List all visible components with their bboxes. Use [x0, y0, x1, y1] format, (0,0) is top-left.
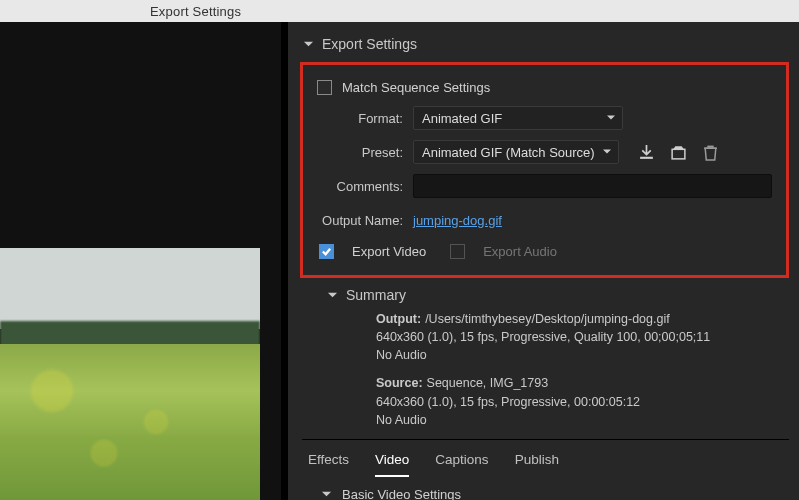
preset-select[interactable]: Animated GIF (Match Source) [413, 140, 619, 164]
tab-captions[interactable]: Captions [435, 448, 488, 477]
format-label: Format: [317, 111, 413, 126]
summary-source: Source:Sequence, IMG_1793 640x360 (1.0),… [376, 374, 789, 428]
save-preset-icon[interactable] [637, 143, 655, 161]
svg-rect-1 [672, 149, 685, 159]
trash-icon[interactable] [701, 143, 719, 161]
summary-output-label: Output: [376, 312, 425, 326]
export-settings-group: Match Sequence Settings Format: Animated… [300, 62, 789, 278]
match-sequence-label: Match Sequence Settings [342, 80, 490, 95]
titlebar: Export Settings [0, 0, 799, 22]
export-audio-checkbox[interactable] [450, 244, 465, 259]
comments-label: Comments: [317, 179, 413, 194]
summary-source-line3: No Audio [376, 413, 427, 427]
preview-pane [0, 22, 283, 500]
summary-source-line2: 640x360 (1.0), 15 fps, Progressive, 00:0… [376, 395, 640, 409]
summary-output: Output:/Users/timthybesey/Desktop/jumpin… [376, 310, 789, 364]
output-name-label: Output Name: [317, 213, 413, 228]
format-value: Animated GIF [422, 111, 502, 126]
tab-effects[interactable]: Effects [308, 448, 349, 477]
import-preset-icon[interactable] [669, 143, 687, 161]
export-video-label: Export Video [352, 244, 426, 259]
comments-input[interactable] [413, 174, 772, 198]
format-select[interactable]: Animated GIF [413, 106, 623, 130]
preset-value: Animated GIF (Match Source) [422, 145, 595, 160]
chevron-down-icon [606, 111, 616, 126]
basic-video-title: Basic Video Settings [342, 487, 461, 500]
chevron-down-icon[interactable] [302, 38, 314, 50]
tab-publish[interactable]: Publish [515, 448, 559, 477]
main-area: Export Settings Match Sequence Settings … [0, 22, 799, 500]
summary-output-line3: No Audio [376, 348, 427, 362]
svg-rect-2 [707, 145, 713, 147]
summary-source-label: Source: [376, 376, 427, 390]
output-name-link[interactable]: jumping-dog.gif [413, 213, 502, 228]
export-video-checkbox[interactable] [319, 244, 334, 259]
basic-video-header[interactable]: Basic Video Settings [302, 477, 789, 500]
preview-image [0, 248, 260, 500]
svg-rect-0 [640, 156, 653, 158]
match-sequence-checkbox[interactable] [317, 80, 332, 95]
preset-actions [637, 143, 719, 161]
summary-source-line1: Sequence, IMG_1793 [427, 376, 549, 390]
preset-label: Preset: [317, 145, 413, 160]
export-audio-label: Export Audio [483, 244, 557, 259]
export-settings-header[interactable]: Export Settings [302, 30, 789, 58]
summary-output-line2: 640x360 (1.0), 15 fps, Progressive, Qual… [376, 330, 710, 344]
summary-title: Summary [346, 287, 406, 303]
tab-video[interactable]: Video [375, 448, 409, 477]
tab-bar: Effects Video Captions Publish [302, 439, 789, 477]
chevron-down-icon[interactable] [326, 289, 338, 301]
section-title: Export Settings [322, 36, 417, 52]
chevron-down-icon [602, 145, 612, 160]
summary-output-path: /Users/timthybesey/Desktop/jumping-dog.g… [425, 312, 670, 326]
settings-pane: Export Settings Match Sequence Settings … [288, 22, 799, 500]
chevron-down-icon[interactable] [320, 488, 332, 500]
window-title: Export Settings [150, 4, 241, 19]
